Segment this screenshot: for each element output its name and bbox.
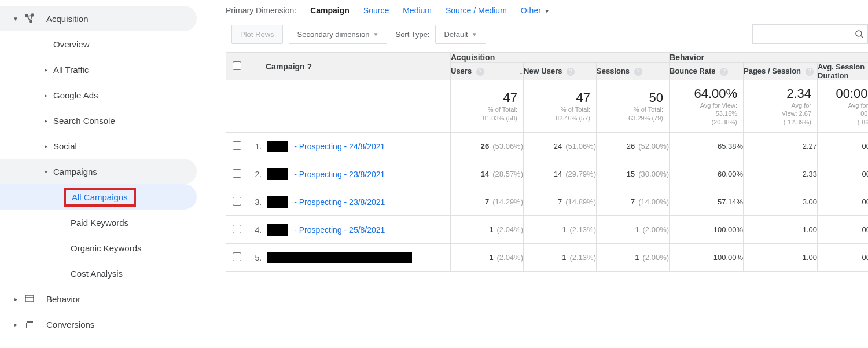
caret-right-icon: ▸ bbox=[12, 321, 20, 328]
sidebar-label: Acquisition bbox=[46, 14, 89, 24]
caret-down-icon: ▼ bbox=[373, 31, 379, 38]
sort-desc-icon: ↓ bbox=[519, 67, 523, 76]
metric-cell: 1(2.00%) bbox=[597, 244, 670, 272]
help-icon[interactable]: ? bbox=[476, 68, 484, 76]
col-campaign[interactable]: Campaign ? bbox=[248, 53, 451, 80]
select-all-checkbox[interactable] bbox=[226, 53, 248, 80]
dimension-campaign[interactable]: Campaign bbox=[310, 6, 350, 15]
metric-cell: 2.27 bbox=[744, 133, 818, 160]
sidebar-item-acquisition[interactable]: ▼ Acquisition bbox=[0, 6, 197, 31]
campaign-link[interactable]: - Prospecting - 25/8/2021 bbox=[294, 225, 385, 235]
redacted-block bbox=[267, 168, 288, 180]
metric-cell: 14(29.79%) bbox=[524, 160, 597, 188]
group-behavior: Behavior bbox=[670, 53, 868, 63]
help-icon[interactable]: ? bbox=[634, 68, 642, 76]
metric-cell: 26(52.00%) bbox=[597, 133, 670, 160]
primary-dimension-label: Primary Dimension: bbox=[226, 6, 296, 15]
sidebar-item-behavior[interactable]: ▸ Behavior bbox=[0, 286, 214, 312]
dimension-source-medium[interactable]: Source / Medium bbox=[446, 6, 507, 15]
campaign-cell[interactable]: 4.- Prospecting - 25/8/2021 bbox=[248, 216, 451, 244]
sort-type-dropdown[interactable]: Default ▼ bbox=[435, 25, 486, 44]
sidebar-item-conversions[interactable]: ▸ Conversions bbox=[0, 312, 214, 337]
redacted-block bbox=[267, 252, 412, 263]
campaign-cell[interactable]: 3.- Prospecting - 23/8/2021 bbox=[248, 188, 451, 216]
row-checkbox[interactable] bbox=[226, 188, 248, 216]
dimension-medium[interactable]: Medium bbox=[403, 6, 432, 15]
sidebar-item-organic-keywords[interactable]: Organic Keywords bbox=[0, 235, 214, 261]
metric-cell: 100.00% bbox=[670, 216, 744, 244]
svg-rect-3 bbox=[25, 295, 34, 302]
help-icon[interactable]: ? bbox=[720, 68, 728, 76]
row-checkbox[interactable] bbox=[226, 244, 248, 272]
metric-cell: 14(28.57%) bbox=[451, 160, 524, 188]
caret-down-icon: ▼ bbox=[472, 31, 477, 38]
metric-cell: 1(2.04%) bbox=[451, 216, 524, 244]
sidebar-item-overview[interactable]: Overview bbox=[0, 31, 214, 57]
campaigns-table: Campaign ? Acquisition Behavior Users ? … bbox=[226, 52, 868, 272]
caret-right-icon: ▸ bbox=[42, 92, 50, 98]
col-bounce-rate[interactable]: Bounce Rate ? bbox=[670, 63, 744, 80]
metric-cell: 7(14.89%) bbox=[524, 188, 597, 216]
group-acquisition: Acquisition bbox=[451, 53, 670, 63]
col-pages-session[interactable]: Pages / Session ? bbox=[744, 63, 818, 80]
metric-cell: 00:00:14 bbox=[818, 188, 868, 216]
metric-cell: 7(14.00%) bbox=[597, 188, 670, 216]
redacted-block bbox=[267, 224, 288, 236]
primary-dimension-row: Primary Dimension: Campaign Source Mediu… bbox=[226, 6, 868, 24]
help-icon[interactable]: ? bbox=[307, 62, 312, 71]
row-checkbox[interactable] bbox=[226, 133, 248, 160]
sidebar-item-cost-analysis[interactable]: Cost Analysis bbox=[0, 261, 214, 286]
metric-cell: 15(30.00%) bbox=[597, 160, 670, 188]
metric-cell: 100.00% bbox=[670, 244, 744, 272]
sidebar-item-all-campaigns[interactable]: All Campaigns bbox=[0, 184, 197, 210]
metric-cell: 24(51.06%) bbox=[524, 133, 597, 160]
metric-cell: 3.00 bbox=[744, 188, 818, 216]
metric-cell: 60.00% bbox=[670, 160, 744, 188]
row-checkbox[interactable] bbox=[226, 160, 248, 188]
col-sessions[interactable]: Sessions ? bbox=[597, 63, 670, 80]
row-index: 3. bbox=[255, 197, 262, 207]
table-row: 1.- Prospecting - 24/8/202126(53.06%)24(… bbox=[226, 133, 869, 160]
campaign-cell[interactable]: 1.- Prospecting - 24/8/2021 bbox=[248, 133, 451, 160]
caret-down-icon: ▼ bbox=[545, 9, 550, 14]
sidebar-item-search-console[interactable]: ▸ Search Console bbox=[0, 108, 214, 133]
sidebar-item-google-ads[interactable]: ▸ Google Ads bbox=[0, 82, 214, 108]
help-icon[interactable]: ? bbox=[567, 68, 575, 76]
col-users[interactable]: Users ? ↓ bbox=[451, 63, 524, 80]
conversions-icon bbox=[23, 318, 36, 331]
metric-cell: 1(2.04%) bbox=[451, 244, 524, 272]
sidebar-item-campaigns[interactable]: ▾ Campaigns bbox=[0, 159, 197, 184]
search-input[interactable] bbox=[752, 24, 868, 44]
row-index: 2. bbox=[255, 170, 262, 179]
redacted-block bbox=[267, 196, 288, 208]
campaign-link[interactable]: - Prospecting - 24/8/2021 bbox=[294, 142, 385, 151]
secondary-dimension-dropdown[interactable]: Secondary dimension ▼ bbox=[289, 25, 388, 44]
table-row: 5.1(2.04%)1(2.13%)1(2.00%)100.00%1.0000:… bbox=[226, 244, 869, 272]
sidebar-item-all-traffic[interactable]: ▸ All Traffic bbox=[0, 57, 214, 82]
behavior-icon bbox=[23, 292, 36, 305]
plot-rows-button[interactable]: Plot Rows bbox=[231, 25, 283, 44]
metric-cell: 00:00:00 bbox=[818, 244, 868, 272]
metric-cell: 1.00 bbox=[744, 216, 818, 244]
row-checkbox[interactable] bbox=[226, 216, 248, 244]
search-icon bbox=[855, 30, 864, 39]
col-new-users[interactable]: New Users ? bbox=[524, 63, 597, 80]
sidebar-item-social[interactable]: ▸ Social bbox=[0, 133, 214, 159]
dimension-other[interactable]: Other ▼ bbox=[521, 6, 550, 15]
sort-type-label: Sort Type: bbox=[395, 30, 429, 39]
campaign-cell[interactable]: 5. bbox=[248, 244, 451, 272]
caret-right-icon: ▸ bbox=[42, 118, 50, 124]
table-row: 2.- Prospecting - 23/8/202114(28.57%)14(… bbox=[226, 160, 869, 188]
campaign-cell[interactable]: 2.- Prospecting - 23/8/2021 bbox=[248, 160, 451, 188]
campaign-link[interactable]: - Prospecting - 23/8/2021 bbox=[294, 197, 385, 207]
row-index: 4. bbox=[255, 225, 262, 235]
campaign-link[interactable]: - Prospecting - 23/8/2021 bbox=[294, 170, 385, 179]
sidebar-item-paid-keywords[interactable]: Paid Keywords bbox=[0, 210, 214, 235]
dimension-source[interactable]: Source bbox=[363, 6, 389, 15]
table-row: 3.- Prospecting - 23/8/20217(14.29%)7(14… bbox=[226, 188, 869, 216]
table-row: 4.- Prospecting - 25/8/20211(2.04%)1(2.1… bbox=[226, 216, 869, 244]
help-icon[interactable]: ? bbox=[806, 68, 814, 76]
svg-line-6 bbox=[861, 36, 863, 38]
col-avg-duration[interactable]: Avg. Session Duration bbox=[818, 63, 868, 80]
metric-cell: 1(2.13%) bbox=[524, 216, 597, 244]
